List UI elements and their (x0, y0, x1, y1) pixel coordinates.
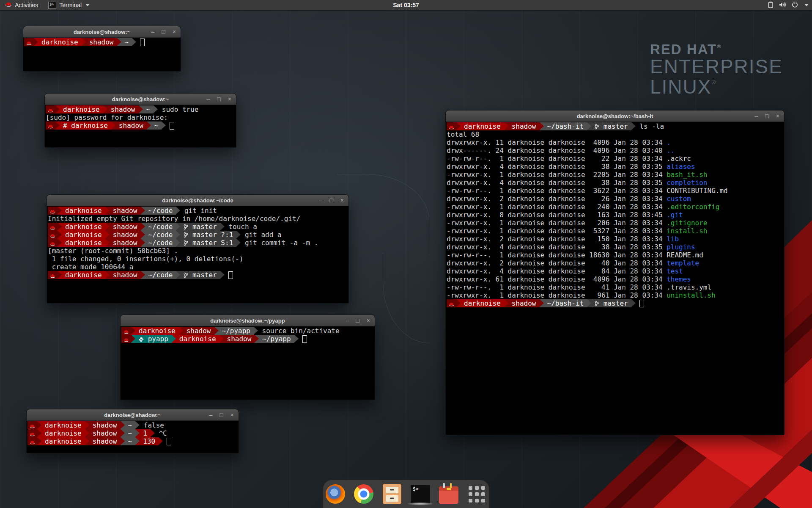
redhat-icon (50, 207, 55, 215)
prompt-segment-venv: pyapp (135, 335, 172, 343)
window-minimize-button[interactable]: – (346, 318, 349, 323)
window-close-button[interactable]: × (228, 96, 231, 102)
terminal-text: -rwxrwxr-x. 1 darknoise darknoise 206 Ja… (447, 219, 667, 227)
prompt-segment-hat (48, 223, 58, 231)
window-maximize-button[interactable]: □ (219, 412, 223, 418)
prompt-segment-hat (447, 299, 456, 307)
powerline-separator (121, 437, 125, 445)
prompt-segment-path: ~ (151, 121, 162, 130)
window-minimize-button[interactable]: – (209, 412, 213, 418)
prompt-segment-path: ~/bash-it (544, 299, 587, 307)
window-titlebar[interactable]: darknoise@shadow:~/code–□× (47, 195, 348, 206)
window-maximize-button[interactable]: □ (765, 113, 768, 119)
prompt-segment-path: ~/code (145, 207, 176, 215)
dock-chrome-button[interactable] (354, 483, 373, 505)
window-close-button[interactable]: × (230, 412, 234, 418)
powerline-separator (131, 327, 135, 335)
window-buttons: –□× (319, 195, 344, 206)
activities-button[interactable]: Activities (0, 0, 43, 10)
prompt-segment-user: darknoise (38, 38, 82, 46)
terminal-text: ls -la (636, 122, 664, 130)
window-titlebar[interactable]: darknoise@shadow:~/pyapp–□× (121, 315, 375, 326)
terminal-content[interactable]: darknoiseshadow~ falsedarknoiseshadow~1 … (27, 421, 238, 453)
dock-terminal-button[interactable]: $> (411, 483, 430, 505)
powerline-separator (236, 239, 241, 247)
terminal-text: -rwxrwxr-x. 1 darknoise darknoise 961 Ja… (447, 291, 667, 299)
terminal-line: darknoiseshadow~/code master touch a (48, 223, 348, 231)
powerline-separator (176, 231, 180, 239)
window-minimize-button[interactable]: – (755, 113, 758, 119)
window-titlebar[interactable]: darknoise@shadow:~/bash-it–□× (446, 110, 784, 122)
system-status-area[interactable] (768, 0, 809, 10)
prompt-segment-user: # darknoise (60, 121, 111, 130)
prompt-segment-exit: 130 (140, 437, 159, 445)
prompt-segment-user: darknoise (62, 231, 105, 239)
terminal-filename: lib (667, 235, 679, 243)
terminal-line: create mode 100644 a (48, 263, 348, 271)
terminal-text: drwxrwxr-x. 2 darknoise darknoise 150 Ja… (447, 235, 667, 243)
terminal-content[interactable]: darknoiseshadow~ sudo true[sudo] passwor… (45, 105, 236, 147)
powerline-separator (141, 231, 145, 239)
dock-firefox-button[interactable] (326, 483, 345, 505)
terminal-content[interactable]: darknoiseshadow~ (24, 38, 180, 71)
terminal-text: false (140, 421, 164, 429)
dock-toolbox-button[interactable] (439, 483, 458, 505)
window-close-button[interactable]: × (340, 197, 344, 203)
powerline-separator (58, 207, 62, 215)
powerline-separator (85, 437, 89, 445)
powerline-separator (55, 105, 60, 113)
powerline-separator (162, 121, 166, 130)
window-buttons: –□× (755, 110, 779, 121)
window-maximize-button[interactable]: □ (329, 197, 333, 203)
window-minimize-button[interactable]: – (319, 197, 323, 203)
window-close-button[interactable]: × (173, 29, 176, 35)
powerline-separator (176, 271, 180, 279)
powerline-separator (504, 299, 508, 307)
clock[interactable]: Sat 03:57 (393, 2, 419, 8)
prompt-segment-branch: master S:1 (180, 239, 236, 247)
window-titlebar[interactable]: darknoise@shadow:~–□× (23, 26, 181, 38)
window-close-button[interactable]: × (776, 113, 779, 119)
terminal-line: drwxrwxr-x. 2 darknoise darknoise 40 Jan… (447, 259, 784, 267)
window-titlebar[interactable]: darknoise@shadow:~–□× (27, 409, 239, 421)
prompt-segment-hat (24, 38, 34, 46)
window-title: darknoise@shadow:~ (104, 412, 161, 418)
top-bar: Activities $> Terminal Sat 03:57 (0, 0, 812, 11)
terminal-line: -rwxrwxr-x. 1 darknoise darknoise 961 Ja… (447, 291, 784, 299)
prompt-segment-hat (121, 327, 131, 335)
app-menu-terminal[interactable]: $> Terminal (43, 0, 95, 10)
window-maximize-button[interactable]: □ (217, 96, 220, 102)
window-titlebar[interactable]: darknoise@shadow:~–□× (45, 94, 236, 105)
window-maximize-button[interactable]: □ (356, 318, 359, 323)
terminal-filename: template (667, 259, 699, 267)
prompt-segment-host: shadow (89, 437, 121, 445)
prompt-segment-branch: master (180, 223, 220, 231)
prompt-segment-user: darknoise (41, 437, 85, 445)
prompt-segment-hat (48, 207, 58, 215)
prompt-segment-hat (121, 335, 131, 343)
window-minimize-button[interactable]: – (151, 29, 155, 35)
dock-app-grid-button[interactable] (467, 483, 487, 505)
redhat-icon (449, 299, 454, 307)
redhat-icon (50, 239, 55, 247)
window-minimize-button[interactable]: – (207, 96, 210, 102)
dock-files-button[interactable] (382, 483, 402, 505)
terminal-line: [sudo] password for darknoise: (46, 113, 236, 121)
terminal-content[interactable]: darknoiseshadow~/bash-it master ls -lato… (446, 122, 784, 434)
terminal-cursor (167, 438, 171, 445)
powerline-separator (294, 335, 299, 343)
terminal-line: darknoiseshadow~/bash-it master (447, 299, 784, 307)
prompt-segment-host: shadow (115, 121, 147, 130)
terminal-line: darknoiseshadow~/code master (48, 271, 348, 279)
terminal-content[interactable]: darknoiseshadow~/code git initInitialize… (47, 206, 348, 303)
terminal-text: [master (root-commit) 50bcb63] . (48, 247, 178, 255)
git-branch-icon (184, 231, 188, 239)
git-branch-icon (184, 239, 188, 247)
terminal-window-bashit: darknoise@shadow:~/bash-it–□×darknoisesh… (445, 110, 785, 435)
prompt-segment-host: shadow (89, 421, 121, 429)
terminal-content[interactable]: darknoiseshadow~/pyapp source bin/activa… (121, 326, 374, 399)
window-close-button[interactable]: × (367, 318, 370, 323)
terminal-line: darknoiseshadow~/code master ?:1 git add… (48, 231, 348, 239)
chevron-down-icon (804, 4, 809, 6)
window-maximize-button[interactable]: □ (162, 29, 165, 35)
